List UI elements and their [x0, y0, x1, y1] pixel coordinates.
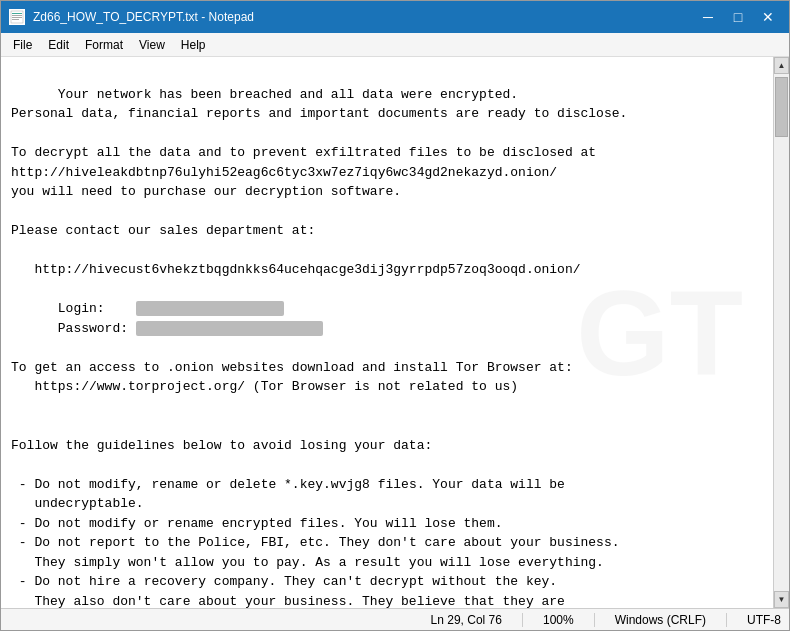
title-bar: Zd66_HOW_TO_DECRYPT.txt - Notepad ─ □ ✕ — [1, 1, 789, 33]
encoding: UTF-8 — [747, 613, 781, 627]
status-bar: Ln 29, Col 76 100% Windows (CRLF) UTF-8 — [1, 608, 789, 630]
svg-rect-4 — [12, 19, 19, 20]
scroll-up-button[interactable]: ▲ — [774, 57, 789, 74]
text-editor[interactable]: GTYour network has been breached and all… — [1, 57, 773, 608]
vertical-scrollbar[interactable]: ▲ ▼ — [773, 57, 789, 608]
zoom-level: 100% — [543, 613, 574, 627]
menu-file[interactable]: File — [5, 36, 40, 54]
svg-rect-1 — [12, 13, 22, 14]
line-ending: Windows (CRLF) — [615, 613, 706, 627]
scroll-down-button[interactable]: ▼ — [774, 591, 789, 608]
status-divider-1 — [522, 613, 523, 627]
window-title: Zd66_HOW_TO_DECRYPT.txt - Notepad — [33, 10, 254, 24]
svg-rect-3 — [12, 17, 22, 18]
scrollbar-track[interactable] — [774, 74, 789, 591]
menu-edit[interactable]: Edit — [40, 36, 77, 54]
menu-help[interactable]: Help — [173, 36, 214, 54]
login-value: blur1blur1blur1blur — [136, 301, 284, 316]
status-divider-3 — [726, 613, 727, 627]
editor-area: GTYour network has been breached and all… — [1, 57, 789, 608]
scrollbar-thumb[interactable] — [775, 77, 788, 137]
menu-format[interactable]: Format — [77, 36, 131, 54]
menu-bar: File Edit Format View Help — [1, 33, 789, 57]
maximize-button[interactable]: □ — [725, 7, 751, 27]
watermark: GT — [576, 273, 743, 393]
minimize-button[interactable]: ─ — [695, 7, 721, 27]
notepad-icon — [9, 9, 25, 25]
notepad-window: Zd66_HOW_TO_DECRYPT.txt - Notepad ─ □ ✕ … — [0, 0, 790, 631]
svg-rect-2 — [12, 15, 22, 16]
cursor-position: Ln 29, Col 76 — [431, 613, 502, 627]
title-bar-left: Zd66_HOW_TO_DECRYPT.txt - Notepad — [9, 9, 254, 25]
menu-view[interactable]: View — [131, 36, 173, 54]
status-divider-2 — [594, 613, 595, 627]
password-value: blur1blur1blur1blur1blur — [136, 321, 323, 336]
close-button[interactable]: ✕ — [755, 7, 781, 27]
window-controls: ─ □ ✕ — [695, 7, 781, 27]
